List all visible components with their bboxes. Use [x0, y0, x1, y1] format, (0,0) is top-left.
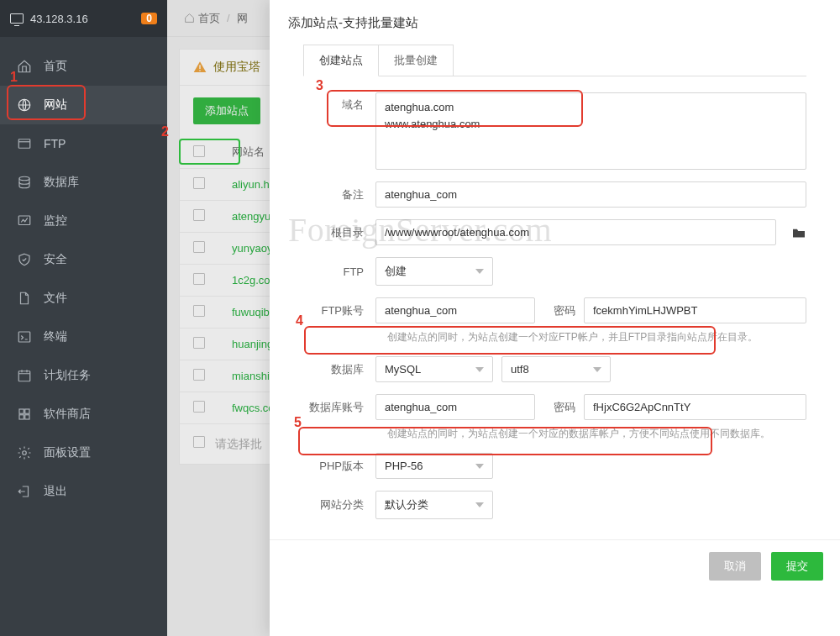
category-select-value: 默认分类	[385, 497, 428, 512]
svg-point-10	[23, 451, 27, 455]
apps-icon	[17, 407, 32, 422]
sidebar-item-label: 首页	[44, 59, 67, 74]
php-select-value: PHP-56	[385, 460, 423, 472]
terminal-icon	[17, 329, 32, 344]
label-category: 网站分类	[303, 497, 375, 512]
sidebar-item-label: 监控	[44, 213, 67, 229]
sidebar-nav: 首页 网站 FTP 数据库 监控 安全 文件 终端	[0, 37, 167, 511]
sidebar-item-label: 计划任务	[44, 368, 91, 383]
label-ftp-account: FTP账号	[303, 303, 375, 318]
monitor-icon	[17, 213, 32, 229]
database-icon	[17, 175, 32, 190]
add-site-modal: 添加站点-支持批量建站 创建站点 批量创建 域名 备注 根目录 FTP 创建	[270, 0, 840, 636]
sidebar-item-security[interactable]: 安全	[0, 240, 167, 279]
sidebar-item-home[interactable]: 首页	[0, 47, 167, 86]
sidebar-item-label: 面板设置	[44, 445, 91, 460]
ftp-select[interactable]: 创建	[375, 257, 493, 286]
sidebar-item-database[interactable]: 数据库	[0, 163, 167, 202]
svg-rect-7	[25, 409, 29, 413]
label-db: 数据库	[303, 362, 375, 377]
ftp-user-input[interactable]	[375, 297, 535, 323]
file-icon	[17, 291, 32, 306]
sidebar-item-label: 数据库	[44, 175, 79, 190]
db-engine-select[interactable]: MySQL	[375, 356, 493, 382]
root-input[interactable]	[375, 219, 776, 245]
label-root: 根目录	[303, 225, 375, 240]
gear-icon	[17, 445, 32, 460]
sidebar-item-monitor[interactable]: 监控	[0, 202, 167, 240]
chevron-down-icon	[475, 502, 484, 507]
label-php: PHP版本	[303, 459, 375, 474]
sidebar-item-website[interactable]: 网站	[0, 86, 167, 124]
server-ip: 43.128.3.16	[30, 13, 88, 25]
sidebar-item-label: 退出	[44, 484, 67, 499]
label-db-password: 密码	[543, 400, 575, 415]
sidebar-topbar: 43.128.3.16 0	[0, 0, 167, 37]
chevron-down-icon	[475, 367, 484, 372]
sidebar-item-files[interactable]: 文件	[0, 279, 167, 318]
db-charset-select[interactable]: utf8	[501, 356, 611, 382]
folder-icon[interactable]	[791, 227, 806, 239]
php-select[interactable]: PHP-56	[375, 453, 493, 479]
label-ftp-password: 密码	[543, 303, 575, 318]
tab-create-single[interactable]: 创建站点	[303, 45, 379, 76]
svg-rect-1	[18, 139, 30, 149]
chevron-down-icon	[593, 367, 601, 372]
submit-button[interactable]: 提交	[771, 552, 823, 581]
sidebar-item-cron[interactable]: 计划任务	[0, 356, 167, 395]
remark-input[interactable]	[375, 181, 806, 208]
sidebar-item-label: 文件	[44, 291, 67, 306]
modal-footer: 取消 提交	[270, 539, 840, 592]
label-remark: 备注	[303, 187, 375, 202]
sidebar-item-settings[interactable]: 面板设置	[0, 434, 167, 472]
modal-form: 域名 备注 根目录 FTP 创建 FTP账号	[270, 77, 840, 539]
ftp-pass-input[interactable]	[584, 297, 806, 323]
sidebar-item-terminal[interactable]: 终端	[0, 318, 167, 356]
ftp-select-value: 创建	[385, 264, 407, 279]
home-icon	[17, 59, 32, 74]
sidebar-item-logout[interactable]: 退出	[0, 472, 167, 511]
sidebar-item-label: FTP	[44, 137, 66, 150]
modal-title: 添加站点-支持批量建站	[270, 0, 840, 45]
svg-point-2	[19, 176, 29, 181]
sidebar-item-label: 软件商店	[44, 407, 91, 422]
label-ftp: FTP	[303, 265, 375, 278]
label-db-account: 数据库账号	[303, 400, 375, 415]
logout-icon	[17, 484, 32, 499]
category-select[interactable]: 默认分类	[375, 491, 493, 519]
svg-rect-9	[25, 415, 29, 419]
monitor-icon	[10, 13, 24, 24]
chevron-down-icon	[475, 269, 484, 274]
sidebar-item-appstore[interactable]: 软件商店	[0, 395, 167, 434]
shield-icon	[17, 252, 32, 267]
label-domain: 域名	[303, 92, 375, 113]
ftp-icon	[17, 136, 32, 151]
sidebar-item-label: 终端	[44, 329, 67, 344]
sidebar-item-label: 网站	[44, 97, 67, 113]
db-hint: 创建站点的同时，为站点创建一个对应的数据库帐户，方便不同站点使用不同数据库。	[387, 427, 806, 441]
db-engine-value: MySQL	[385, 363, 421, 376]
tab-create-batch[interactable]: 批量创建	[379, 45, 454, 76]
cancel-button[interactable]: 取消	[709, 552, 761, 581]
chevron-down-icon	[475, 464, 484, 469]
svg-rect-6	[19, 409, 24, 413]
ftp-hint: 创建站点的同时，为站点创建一个对应FTP帐户，并且FTP目录指向站点所在目录。	[387, 330, 806, 344]
db-user-input[interactable]	[375, 394, 535, 420]
svg-rect-8	[19, 415, 24, 419]
modal-tabs: 创建站点 批量创建	[270, 45, 840, 76]
sidebar-item-label: 安全	[44, 252, 67, 267]
db-charset-value: utf8	[511, 363, 529, 376]
sidebar: 43.128.3.16 0 首页 网站 FTP 数据库 监控 安全	[0, 0, 167, 636]
svg-rect-5	[18, 371, 30, 381]
notification-badge[interactable]: 0	[141, 13, 157, 24]
calendar-icon	[17, 368, 32, 383]
db-pass-input[interactable]	[584, 394, 806, 420]
globe-icon	[17, 97, 32, 113]
domain-textarea[interactable]	[375, 92, 806, 170]
svg-rect-4	[18, 332, 30, 342]
sidebar-item-ftp[interactable]: FTP	[0, 124, 167, 163]
